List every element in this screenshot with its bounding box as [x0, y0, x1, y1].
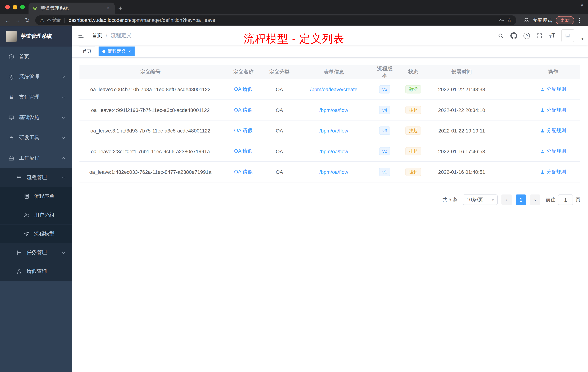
row-spacer [492, 100, 526, 120]
form-url-link[interactable]: /bpm/oa/flow [319, 169, 348, 175]
back-icon[interactable]: ← [3, 17, 13, 23]
sidebar-item-leave-query[interactable]: 请假查询 [0, 262, 72, 281]
tag-label: 首页 [83, 48, 92, 55]
goto-label: 前往 [546, 196, 556, 203]
url-text[interactable]: dashboard.yudao.iocoder.cn/bpm/manager/d… [69, 17, 496, 23]
incognito-icon [523, 17, 530, 23]
form-url-link[interactable]: /bpm/oa/flow [319, 128, 348, 133]
security-label: 不安全 [47, 17, 61, 23]
sidebar-item-infrastructure[interactable]: 基础设施 [0, 107, 72, 128]
definition-name-link[interactable]: OA 请假 [234, 107, 252, 113]
fullscreen-icon[interactable] [536, 33, 543, 39]
sidebar-logo[interactable]: 芋道管理系统 [0, 26, 72, 46]
row-spacer [492, 120, 526, 141]
avatar[interactable] [562, 29, 574, 42]
search-icon[interactable] [498, 33, 504, 39]
sidebar-item-home[interactable]: 首页 [0, 47, 72, 67]
table-row: oa_leave:1:482ec033-762a-11ec-8477-a2380… [79, 162, 580, 182]
text-size-icon[interactable]: TT [549, 32, 555, 39]
sidebar-item-process-form[interactable]: 流程表单 [0, 187, 72, 206]
update-button[interactable]: 更新 [556, 16, 574, 24]
tag-home[interactable]: 首页 [79, 46, 95, 56]
breadcrumb-home[interactable]: 首页 [92, 32, 102, 39]
github-icon[interactable] [510, 32, 517, 39]
key-icon[interactable] [498, 17, 504, 23]
list-icon [16, 174, 22, 181]
window-zoom-button[interactable] [20, 5, 25, 10]
definition-id: oa_leave:5:004b710b-7b8a-11ec-8ef0-acde4… [79, 79, 221, 99]
window-chevron-icon[interactable]: ∨ [580, 3, 584, 8]
hamburger-icon[interactable] [72, 32, 90, 39]
kebab-menu-icon[interactable]: ⋮ [577, 17, 582, 23]
column-header: 定义编号 [79, 65, 221, 79]
pagination-total: 共 5 条 [442, 196, 457, 203]
definition-category: OA [265, 100, 293, 120]
row-spacer [492, 162, 526, 182]
form-url-link[interactable]: /bpm/oa/leave/create [310, 87, 357, 92]
question-icon[interactable]: ? [524, 33, 530, 39]
favicon-leaf-icon [32, 6, 37, 11]
page-number-button[interactable]: 1 [516, 194, 526, 205]
status-badge: 挂起 [405, 168, 421, 176]
forward-icon[interactable]: → [13, 17, 22, 23]
page-size-select[interactable]: 10条/页 ▾ [463, 194, 498, 205]
version-badge: v1 [379, 168, 390, 176]
sidebar-item-label: 任务管理 [27, 249, 67, 256]
definition-name-link[interactable]: OA 请假 [234, 127, 252, 134]
status-badge: 挂起 [405, 127, 421, 135]
definition-table: 定义编号 定义名称 定义分类 表单信息 流程版本 状态 部署时间 操作 oa_l… [79, 65, 580, 183]
form-url-link[interactable]: /bpm/oa/flow [319, 149, 348, 154]
assign-rule-button[interactable]: 分配规则 [540, 169, 566, 175]
column-header-spacer [492, 65, 526, 79]
tab-close-icon[interactable]: × [105, 5, 111, 11]
prev-page-button[interactable]: ‹ [502, 194, 512, 205]
star-icon[interactable]: ☆ [507, 17, 512, 23]
goto-page-input[interactable] [558, 194, 573, 205]
sidebar-item-payment[interactable]: ¥ 支付管理 [0, 87, 72, 107]
sidebar-item-process-model[interactable]: 流程模型 [0, 224, 72, 243]
sidebar-item-user-group[interactable]: 用户分组 [0, 206, 72, 224]
lock-icon [8, 134, 15, 141]
assign-rule-button[interactable]: 分配规则 [540, 86, 566, 93]
definition-category: OA [265, 162, 293, 182]
tag-close-icon[interactable]: × [128, 49, 131, 54]
yen-icon: ¥ [8, 94, 15, 100]
tag-process-definition[interactable]: 流程定义 × [99, 46, 135, 56]
form-url-link[interactable]: /bpm/oa/flow [319, 107, 348, 113]
assign-rule-button[interactable]: 分配规则 [540, 107, 566, 113]
browser-toolbar: ← → ↻ ⚠ 不安全 dashboard.yudao.iocoder.cn/b… [0, 14, 588, 26]
column-header: 定义名称 [221, 65, 265, 79]
sidebar-item-devtools[interactable]: 研发工具 [0, 128, 72, 148]
logo-title: 芋道管理系统 [21, 33, 52, 40]
next-page-button[interactable]: › [530, 194, 540, 205]
window-controls [5, 5, 25, 10]
person-icon [540, 169, 545, 174]
person-icon [540, 149, 545, 154]
sidebar-item-task-management[interactable]: 任务管理 [0, 243, 72, 262]
status-badge: 激活 [405, 85, 421, 93]
select-caret-icon: ▾ [492, 197, 494, 202]
definition-name-link[interactable]: OA 请假 [234, 148, 252, 155]
sidebar-item-label: 流程模型 [34, 230, 67, 237]
assign-rule-button[interactable]: 分配规则 [540, 127, 566, 134]
definition-name-link[interactable]: OA 请假 [234, 169, 252, 175]
window-close-button[interactable] [5, 5, 10, 10]
deploy-time: 2022-01-16 17:46:53 [431, 141, 492, 161]
avatar-caret-icon[interactable]: ▾ [581, 36, 583, 41]
breadcrumb: 首页 / 流程定义 [92, 32, 131, 39]
sidebar-item-process-management[interactable]: 流程管理 [0, 168, 72, 187]
pagination: 共 5 条 10条/页 ▾ ‹ 1 › 前往 页 [79, 194, 580, 205]
screen: 芋道管理系统 × + ∨ ← → ↻ ⚠ 不安全 dashboard.yudao… [0, 0, 588, 372]
sidebar-item-workflow[interactable]: 工作流程 [0, 148, 72, 168]
deploy-time: 2022-01-22 21:48:38 [431, 79, 492, 99]
new-tab-button[interactable]: + [115, 2, 126, 14]
browser-tab[interactable]: 芋道管理系统 × [29, 2, 115, 14]
definition-category: OA [265, 120, 293, 141]
definition-name-link[interactable]: OA 请假 [234, 86, 252, 93]
version-badge: v2 [379, 147, 390, 155]
reload-icon[interactable]: ↻ [22, 17, 32, 23]
assign-rule-button[interactable]: 分配规则 [540, 148, 566, 155]
sidebar-item-system[interactable]: 系统管理 [0, 67, 72, 87]
window-minimize-button[interactable] [13, 5, 17, 10]
address-bar[interactable]: ⚠ 不安全 dashboard.yudao.iocoder.cn/bpm/man… [35, 15, 516, 25]
